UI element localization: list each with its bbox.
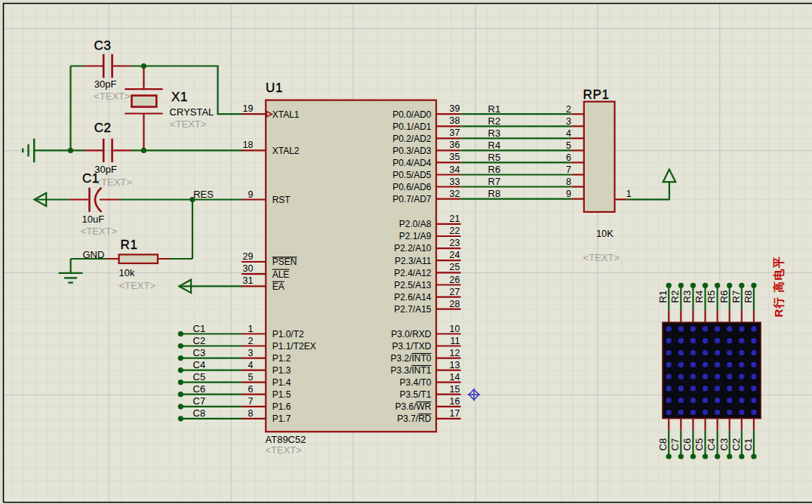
matrix-col-label-C2: C2 [730, 438, 742, 451]
pin-number-21: 21 [450, 214, 460, 224]
pin-number-14: 14 [450, 372, 460, 383]
net-label-R6: R6 [488, 164, 501, 175]
wire-end-dot [678, 453, 684, 459]
pin-number-17: 17 [450, 408, 460, 419]
pin-number-12: 12 [450, 348, 460, 358]
led-matrix-body[interactable] [663, 322, 761, 418]
net-label-C6: C6 [193, 383, 206, 395]
matrix-dot [739, 398, 744, 403]
wire-end-dot [678, 283, 684, 288]
matrix-dot [691, 386, 696, 391]
wire-end-dot [739, 283, 744, 288]
pin-number-9: 9 [248, 189, 253, 200]
wire-end-dot [727, 453, 732, 459]
wire-end-dot [666, 453, 672, 459]
matrix-col-label-C1: C1 [743, 438, 754, 451]
pin-label-P2.4/A12: P2.4/A12 [394, 268, 432, 278]
matrix-row-label-R5: R5 [706, 290, 717, 303]
wire-end-dot [703, 453, 708, 459]
pin-label-P1.5: P1.5 [272, 389, 291, 400]
net-label-gnd[interactable]: GND [83, 249, 105, 260]
rp1-pin-number: 2 [566, 104, 571, 115]
x1-ref[interactable]: X1 [171, 90, 188, 104]
pin-number-35: 35 [450, 152, 460, 162]
matrix-col-label-C5: C5 [694, 438, 705, 451]
matrix-dot [691, 338, 696, 343]
matrix-row-label-R6: R6 [718, 290, 730, 303]
matrix-dot [691, 362, 696, 367]
pin-number-31: 31 [242, 275, 253, 286]
rp1-text-property[interactable]: <TEXT> [583, 252, 620, 263]
pin-number-24: 24 [450, 250, 460, 260]
c3-ref[interactable]: C3 [94, 38, 112, 53]
c1-text-property[interactable]: <TEXT> [81, 226, 117, 237]
matrix-dot [666, 410, 672, 415]
matrix-dot [678, 374, 684, 380]
pin-number-30: 30 [242, 263, 253, 274]
pin-label-PSEN: PSEN [272, 257, 297, 267]
matrix-dot [751, 386, 756, 391]
x1-text-property[interactable]: <TEXT> [170, 118, 206, 130]
net-label-C5: C5 [193, 371, 206, 383]
matrix-dot [715, 326, 720, 331]
wire-end-dot [691, 283, 696, 288]
matrix-col-label-C7: C7 [669, 438, 681, 451]
pin-label-P2.7/A15: P2.7/A15 [394, 304, 432, 315]
matrix-dot [727, 350, 732, 355]
pin-number-7: 7 [248, 396, 253, 407]
respack-rp1-body[interactable] [584, 102, 615, 212]
resistor-r1-body[interactable] [119, 254, 158, 263]
pin-label-P2.5/A13: P2.5/A13 [394, 280, 432, 290]
x1-value[interactable]: CRYSTAL [170, 106, 214, 118]
wire-end-dot [727, 283, 732, 288]
matrix-dot [727, 374, 732, 380]
c1-value[interactable]: 10uF [82, 214, 105, 225]
pin-number-16: 16 [450, 396, 460, 407]
matrix-dot [739, 374, 744, 380]
wire-end-dot [715, 283, 720, 288]
matrix-dot [739, 350, 744, 355]
junction-dot [68, 148, 73, 153]
matrix-row-label-R4: R4 [694, 290, 705, 303]
matrix-col-label-C8: C8 [657, 438, 669, 451]
wire-end-dot [751, 283, 756, 288]
sheet-margin-top [0, 0, 812, 3]
matrix-dot [739, 362, 744, 367]
net-label-C2: C2 [193, 335, 206, 346]
crystal-x1-body[interactable] [132, 96, 157, 107]
matrix-dot [666, 374, 672, 380]
pin-label-P2.3/A11: P2.3/A11 [395, 256, 432, 266]
net-label-R4: R4 [488, 140, 501, 151]
matrix-dot [715, 410, 720, 415]
matrix-dot [703, 362, 708, 367]
annotation-row-high[interactable]: R行 高电平 [772, 257, 785, 318]
r1-value[interactable]: 10k [119, 267, 135, 278]
matrix-dot [715, 362, 720, 367]
rp1-pin-number: 5 [566, 140, 571, 151]
r1-ref[interactable]: R1 [121, 238, 138, 252]
u1-text-property[interactable]: <TEXT> [266, 444, 302, 456]
c1-ref[interactable]: C1 [82, 171, 100, 186]
c3-text-property[interactable]: <TEXT> [94, 91, 130, 102]
c2-text-property[interactable]: <TEXT> [96, 177, 132, 188]
junction-dot [141, 148, 146, 153]
net-label-res[interactable]: RES [193, 189, 214, 200]
pin-label-P1.2: P1.2 [272, 353, 291, 364]
pin-label-RST: RST [272, 195, 291, 205]
u1-part[interactable]: AT89C52 [266, 434, 306, 445]
r1-text-property[interactable]: <TEXT> [119, 280, 155, 291]
wire-end-dot [178, 380, 183, 385]
matrix-dot [715, 386, 720, 391]
rp1-ref[interactable]: RP1 [583, 88, 610, 102]
c3-value[interactable]: 30pF [94, 78, 117, 90]
pin-number-15: 15 [450, 384, 460, 395]
c2-ref[interactable]: C2 [94, 121, 112, 135]
rp1-value[interactable]: 10K [596, 228, 614, 239]
u1-ref[interactable]: U1 [266, 81, 283, 95]
matrix-dot [678, 350, 684, 355]
pin-label-P2.1/A9: P2.1/A9 [399, 231, 432, 241]
pin-label-P0.5/AD5: P0.5/AD5 [392, 170, 432, 180]
pin-label-P1.0/T2: P1.0/T2 [272, 329, 304, 340]
pin-label-P1.3: P1.3 [272, 365, 291, 376]
matrix-dot [715, 374, 720, 380]
